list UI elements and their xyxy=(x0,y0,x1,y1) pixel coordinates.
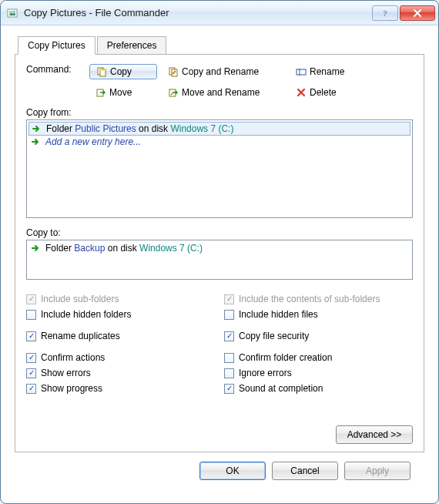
checkbox-icon: ✓ xyxy=(224,384,234,394)
entry-mid: on disk xyxy=(105,243,139,254)
arrow-right-icon xyxy=(30,243,41,254)
check-include-hidden-files[interactable]: Include hidden files xyxy=(224,309,413,320)
help-button[interactable]: ? xyxy=(372,5,398,21)
ok-button[interactable]: OK xyxy=(199,462,266,480)
checkbox-icon: ✓ xyxy=(26,353,36,363)
check-label: Confirm actions xyxy=(41,352,105,363)
checkbox-icon: ✓ xyxy=(224,294,234,304)
command-move-and-rename-label: Move and Rename xyxy=(182,87,260,98)
check-include-contents-sub[interactable]: ✓ Include the contents of sub-folders xyxy=(224,294,413,304)
command-copy-and-rename[interactable]: Copy and Rename xyxy=(162,65,285,79)
svg-text:?: ? xyxy=(384,8,387,18)
copy-from-add-entry[interactable]: Add a new entry here... xyxy=(28,136,411,148)
check-label: Confirm folder creation xyxy=(239,352,332,363)
check-label: Show progress xyxy=(41,383,102,394)
entry-disk: Windows 7 (C:) xyxy=(170,123,233,134)
delete-icon xyxy=(296,87,307,98)
client-area: Copy Pictures Preferences Command: Copy xyxy=(1,25,438,503)
check-confirm-actions[interactable]: ✓ Confirm actions xyxy=(26,352,215,363)
checkbox-icon: ✓ xyxy=(26,331,36,341)
arrow-right-icon xyxy=(31,123,42,134)
tab-preferences[interactable]: Preferences xyxy=(97,36,167,55)
copy-icon xyxy=(96,66,107,77)
advanced-button[interactable]: Advanced >> xyxy=(336,425,413,444)
checkbox-icon: ✓ xyxy=(224,331,234,341)
app-icon xyxy=(7,7,19,19)
entry-folder-name: Public Pictures xyxy=(75,123,136,134)
checkbox-icon xyxy=(224,310,234,320)
check-label: Ignore errors xyxy=(239,368,292,378)
move-icon xyxy=(96,87,106,98)
entry-mid: on disk xyxy=(136,123,171,134)
command-delete[interactable]: Delete xyxy=(290,86,382,99)
copy-to-label: Copy to: xyxy=(26,227,413,238)
check-rename-duplicates[interactable]: ✓ Rename duplicates xyxy=(26,331,215,341)
svg-point-2 xyxy=(11,11,12,12)
move-rename-icon xyxy=(168,87,179,98)
check-sound-at-completion[interactable]: ✓ Sound at completion xyxy=(224,383,413,394)
command-buttons-grid: Copy Copy and Rename Rename xyxy=(89,64,382,99)
checkbox-icon xyxy=(224,368,234,378)
cancel-button[interactable]: Cancel xyxy=(272,462,338,480)
advanced-row: Advanced >> xyxy=(26,419,413,444)
copy-from-list[interactable]: Folder Public Pictures on disk Windows 7… xyxy=(26,119,413,218)
command-move[interactable]: Move xyxy=(89,86,157,99)
command-rename-label: Rename xyxy=(310,66,344,77)
check-show-errors[interactable]: ✓ Show errors xyxy=(26,368,215,378)
close-button[interactable] xyxy=(400,5,435,21)
entry-prefix: Folder xyxy=(45,243,74,254)
command-copy-label: Copy xyxy=(110,66,132,77)
check-label: Include the contents of sub-folders xyxy=(239,294,380,304)
check-label: Include hidden files xyxy=(239,309,318,320)
options-group-2: ✓ Rename duplicates ✓ Copy file security xyxy=(26,331,413,341)
apply-button[interactable]: Apply xyxy=(344,462,411,480)
copy-rename-icon xyxy=(168,66,179,77)
command-copy[interactable]: Copy xyxy=(89,64,157,79)
arrow-right-icon xyxy=(30,136,41,147)
options-group-3: ✓ Confirm actions Confirm folder creatio… xyxy=(26,352,413,394)
copy-from-entry[interactable]: Folder Public Pictures on disk Windows 7… xyxy=(28,122,411,136)
entry-disk: Windows 7 (C:) xyxy=(139,243,203,254)
command-row: Command: Copy Copy and Rename xyxy=(26,64,413,99)
checkbox-icon: ✓ xyxy=(26,294,36,304)
entry-prefix: Folder xyxy=(46,123,75,134)
tab-copy-pictures[interactable]: Copy Pictures xyxy=(18,36,96,55)
check-label: Sound at completion xyxy=(239,383,323,394)
rename-icon xyxy=(296,66,307,77)
check-copy-file-security[interactable]: ✓ Copy file security xyxy=(224,331,413,341)
window-buttons: ? xyxy=(372,5,435,21)
check-label: Rename duplicates xyxy=(41,331,120,341)
dialog-window: Copy Pictures - File Commander ? Copy Pi… xyxy=(0,0,439,504)
command-move-and-rename[interactable]: Move and Rename xyxy=(162,86,285,99)
svg-rect-9 xyxy=(297,69,306,75)
command-copy-and-rename-label: Copy and Rename xyxy=(182,66,259,77)
copy-to-list[interactable]: Folder Backup on disk Windows 7 (C:) xyxy=(26,240,413,280)
check-include-hidden-folders[interactable]: Include hidden folders xyxy=(26,309,215,320)
copy-to-entry[interactable]: Folder Backup on disk Windows 7 (C:) xyxy=(28,242,411,254)
svg-rect-6 xyxy=(100,69,106,71)
checkbox-icon xyxy=(224,353,234,363)
entry-folder-name: Backup xyxy=(74,243,105,254)
add-entry-text: Add a new entry here... xyxy=(45,136,141,147)
check-label: Show errors xyxy=(41,368,91,378)
check-ignore-errors[interactable]: Ignore errors xyxy=(224,368,413,378)
checkbox-icon: ✓ xyxy=(26,384,36,394)
command-label: Command: xyxy=(26,64,85,75)
command-move-label: Move xyxy=(109,87,132,98)
check-confirm-folder-creation[interactable]: Confirm folder creation xyxy=(224,352,413,363)
tab-row: Copy Pictures Preferences xyxy=(15,36,424,55)
check-include-sub-folders[interactable]: ✓ Include sub-folders xyxy=(26,294,215,304)
checkbox-icon xyxy=(26,310,36,320)
command-rename[interactable]: Rename xyxy=(290,65,382,79)
copy-from-label: Copy from: xyxy=(26,107,413,118)
check-label: Include hidden folders xyxy=(41,309,131,320)
check-label: Copy file security xyxy=(239,331,309,341)
options-group-1: ✓ Include sub-folders ✓ Include the cont… xyxy=(26,294,413,320)
check-label: Include sub-folders xyxy=(41,294,119,304)
entry-text: Folder Public Pictures on disk Windows 7… xyxy=(46,123,233,134)
window-title: Copy Pictures - File Commander xyxy=(24,7,367,18)
tab-panel: Command: Copy Copy and Rename xyxy=(15,54,424,452)
titlebar: Copy Pictures - File Commander ? xyxy=(1,1,438,25)
check-show-progress[interactable]: ✓ Show progress xyxy=(26,383,215,394)
entry-text: Folder Backup on disk Windows 7 (C:) xyxy=(45,243,203,254)
